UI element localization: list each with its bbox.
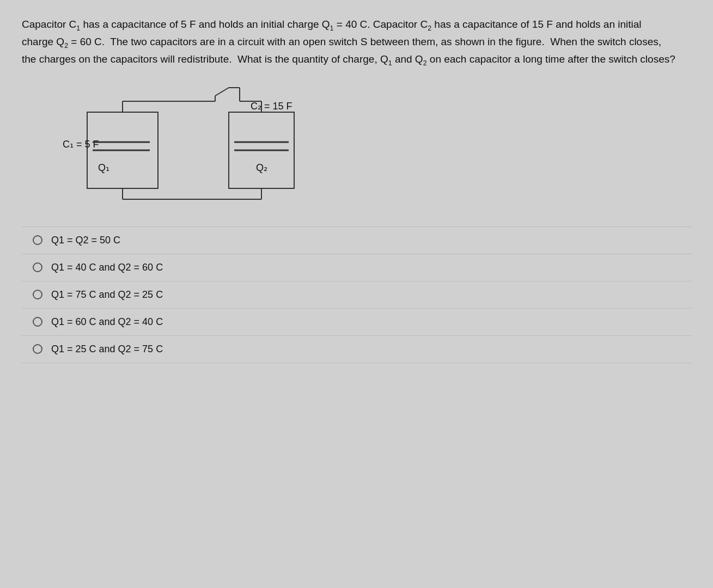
svg-line-8 bbox=[215, 88, 229, 96]
option-label-1: Q1 = Q2 = 50 C bbox=[51, 235, 120, 246]
svg-text:C₁ = 5 F: C₁ = 5 F bbox=[63, 139, 99, 150]
svg-text:Q₁: Q₁ bbox=[98, 162, 109, 173]
page-container: Capacitor C1 has a capacitance of 5 F an… bbox=[0, 0, 713, 588]
option-row-1[interactable]: Q1 = Q2 = 50 C bbox=[22, 226, 691, 254]
option-label-2: Q1 = 40 C and Q2 = 60 C bbox=[51, 262, 163, 273]
circuit-diagram: C₁ = 5 F Q₁ S bbox=[54, 85, 691, 205]
radio-2[interactable] bbox=[33, 262, 42, 272]
radio-5[interactable] bbox=[33, 344, 42, 354]
option-label-5: Q1 = 25 C and Q2 = 75 C bbox=[51, 344, 163, 355]
option-row-4[interactable]: Q1 = 60 C and Q2 = 40 C bbox=[22, 308, 691, 335]
radio-3[interactable] bbox=[33, 290, 42, 299]
radio-4[interactable] bbox=[33, 317, 42, 327]
radio-1[interactable] bbox=[33, 235, 42, 245]
option-label-4: Q1 = 60 C and Q2 = 40 C bbox=[51, 316, 163, 328]
svg-text:Q₂: Q₂ bbox=[256, 162, 267, 173]
svg-text:C₂ = 15 F: C₂ = 15 F bbox=[251, 101, 292, 112]
svg-text:S: S bbox=[217, 85, 223, 87]
answer-options: Q1 = Q2 = 50 C Q1 = 40 C and Q2 = 60 C Q… bbox=[22, 226, 691, 363]
option-row-5[interactable]: Q1 = 25 C and Q2 = 75 C bbox=[22, 335, 691, 363]
circuit-svg: C₁ = 5 F Q₁ S bbox=[54, 85, 338, 205]
option-label-3: Q1 = 75 C and Q2 = 25 C bbox=[51, 289, 163, 301]
question-text: Capacitor C1 has a capacitance of 5 F an… bbox=[22, 16, 675, 69]
option-row-2[interactable]: Q1 = 40 C and Q2 = 60 C bbox=[22, 254, 691, 281]
option-row-3[interactable]: Q1 = 75 C and Q2 = 25 C bbox=[22, 281, 691, 308]
